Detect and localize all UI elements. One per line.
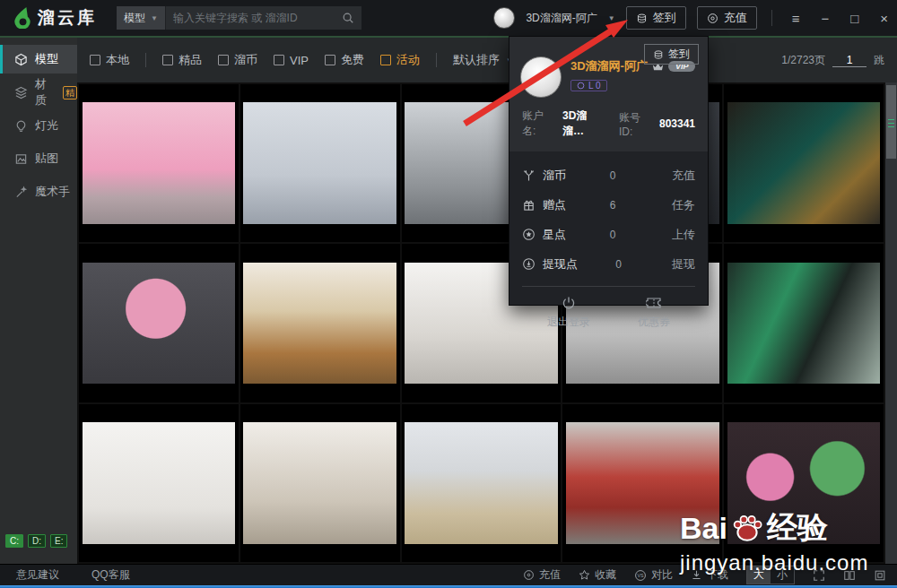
size-small-option[interactable]: 小 xyxy=(771,566,794,584)
size-large-option[interactable]: 大 xyxy=(747,566,771,584)
thumbnail-industrial-equipment[interactable] xyxy=(240,84,400,242)
frame-view-button[interactable] xyxy=(874,569,886,582)
sidebar-item-lights[interactable]: 灯光 xyxy=(0,111,77,140)
thumbnail-image xyxy=(243,422,396,544)
account-id-label: 账号ID: xyxy=(619,110,654,138)
thumbnail-restaurant-interior[interactable] xyxy=(724,84,884,242)
maximize-icon[interactable]: □ xyxy=(850,12,858,25)
scrollbar-thumb[interactable] xyxy=(886,85,896,159)
power-icon xyxy=(562,296,576,310)
drive-d-badge[interactable]: D: xyxy=(28,534,46,548)
checkbox xyxy=(274,55,284,65)
magic-hand-icon xyxy=(14,186,28,199)
scrollbar-track[interactable] xyxy=(885,82,897,564)
feedback-link[interactable]: 意见建议 xyxy=(16,567,59,583)
username[interactable]: 3D溜溜网-阿广 xyxy=(526,11,597,26)
page-number-input[interactable] xyxy=(832,54,867,67)
thumbnail-size-toggle[interactable]: 大 小 xyxy=(746,566,795,584)
status-bar: 意见建议 QQ客服 充值 收藏 VS 对比 下载 xyxy=(0,564,897,585)
filter-divider xyxy=(145,53,146,67)
titlebar-right: 3D溜溜网-阿广 ▼ 签到 充值 ≡ − □ × xyxy=(493,6,888,30)
scrollbar-grip xyxy=(888,119,894,120)
drive-c-badge[interactable]: C: xyxy=(5,534,23,548)
thumbnail-cartoon-trees[interactable] xyxy=(724,404,884,562)
thumbnail-image xyxy=(83,422,236,544)
stat-value: 0 xyxy=(585,258,652,271)
thumbnail-red-culture-wall[interactable] xyxy=(562,404,722,562)
cube-icon xyxy=(14,53,28,66)
sort-label: 默认排序 xyxy=(453,52,500,68)
recharge-label: 充值 xyxy=(724,10,747,26)
thumbnail-sofa-set[interactable] xyxy=(240,404,400,562)
coupon-label: 优惠券 xyxy=(638,315,670,330)
search-category-dropdown[interactable]: 模型 ▼ xyxy=(117,6,166,30)
search-input[interactable] xyxy=(166,6,335,30)
stat-action-withdraw[interactable]: 提现 xyxy=(659,256,695,272)
panel-signin-button[interactable]: 签到 xyxy=(644,44,699,65)
stat-row-gift-points: 赠点 6 任务 xyxy=(522,190,695,220)
filter-activity[interactable]: 活动 xyxy=(380,52,420,68)
panel-footer: 退出登录 优惠券 xyxy=(522,286,695,330)
user-avatar[interactable] xyxy=(493,7,515,29)
sidebar-item-materials[interactable]: 材质 精 xyxy=(0,78,77,107)
compare-button[interactable]: VS 对比 xyxy=(634,567,673,583)
filter-free[interactable]: 免费 xyxy=(325,52,364,68)
logout-button[interactable]: 退出登录 xyxy=(547,296,590,330)
statusbar-recharge-label: 充值 xyxy=(539,567,561,583)
download-button[interactable]: 下载 xyxy=(691,567,728,583)
filter-liucoin[interactable]: 溜币 xyxy=(218,52,257,68)
close-icon[interactable]: × xyxy=(880,12,888,25)
sidebar-item-label: 魔术手 xyxy=(35,184,70,200)
stat-value: 0 xyxy=(573,229,652,241)
recharge-button[interactable]: 充值 xyxy=(697,6,757,30)
jump-button[interactable]: 跳 xyxy=(874,53,884,68)
statusbar-recharge-button[interactable]: 充值 xyxy=(523,567,561,583)
search-button[interactable] xyxy=(335,6,361,30)
stat-row-withdraw-points: 提现点 0 提现 xyxy=(522,249,695,279)
compare-label: 对比 xyxy=(651,567,673,583)
sidebar-item-magic-hand[interactable]: 魔术手 xyxy=(0,177,77,206)
thumbnail-pink-kids-room[interactable] xyxy=(79,84,239,242)
filter-local[interactable]: 本地 xyxy=(90,52,129,68)
stat-action-tasks[interactable]: 任务 xyxy=(659,197,695,213)
level-label: L 0 xyxy=(588,81,601,91)
layers-icon xyxy=(14,86,28,99)
filter-premium[interactable]: 精品 xyxy=(162,52,202,68)
filter-label: 活动 xyxy=(396,52,420,68)
coupon-button[interactable]: 优惠券 xyxy=(638,296,670,330)
thumbnail-image xyxy=(243,102,396,224)
sidebar-item-textures[interactable]: 贴图 xyxy=(0,144,77,173)
favorite-button[interactable]: 收藏 xyxy=(579,567,616,583)
thumbnail-wooden-pergola[interactable] xyxy=(240,244,400,402)
user-chevron-down-icon[interactable]: ▼ xyxy=(608,14,615,22)
minimize-icon[interactable]: − xyxy=(821,12,829,25)
stat-label: 溜币 xyxy=(543,168,566,184)
menu-icon[interactable]: ≡ xyxy=(792,12,800,25)
sidebar-item-label: 灯光 xyxy=(35,117,58,134)
panel-username: 3D溜溜网-阿广 xyxy=(570,58,648,74)
thumbnail-image xyxy=(727,102,881,224)
sidebar-item-models[interactable]: 模型 xyxy=(0,45,77,74)
qq-support-link[interactable]: QQ客服 xyxy=(91,567,130,583)
thumbnail-chain-hoist[interactable] xyxy=(724,244,884,402)
search-box: 模型 ▼ xyxy=(117,6,361,30)
drive-e-badge[interactable]: E: xyxy=(50,534,67,548)
filter-label: 本地 xyxy=(106,52,129,68)
thumbnail-wardrobe[interactable] xyxy=(79,404,239,562)
stat-action-upload[interactable]: 上传 xyxy=(659,227,695,243)
thumbnail-hot-air-balloon[interactable] xyxy=(79,244,239,402)
stat-action-recharge[interactable]: 充值 xyxy=(659,168,695,184)
filter-vip[interactable]: VIP xyxy=(274,54,309,67)
coins-icon xyxy=(653,49,664,60)
thumbnail-fence-set[interactable] xyxy=(402,404,562,562)
user-dropdown-panel: 签到 3D溜溜网-阿广 VIP L 0 账户名: xyxy=(509,36,709,306)
split-view-button[interactable] xyxy=(843,569,856,582)
sidebar-item-label: 模型 xyxy=(35,51,58,67)
sort-dropdown[interactable]: 默认排序 ▼ xyxy=(453,52,513,68)
signin-button[interactable]: 签到 xyxy=(626,6,686,30)
account-name-label: 账户名: xyxy=(522,108,557,139)
level-icon xyxy=(577,82,585,90)
leaf-logo-icon xyxy=(13,7,32,29)
fullscreen-button[interactable] xyxy=(813,569,825,582)
coin-icon xyxy=(707,13,718,24)
